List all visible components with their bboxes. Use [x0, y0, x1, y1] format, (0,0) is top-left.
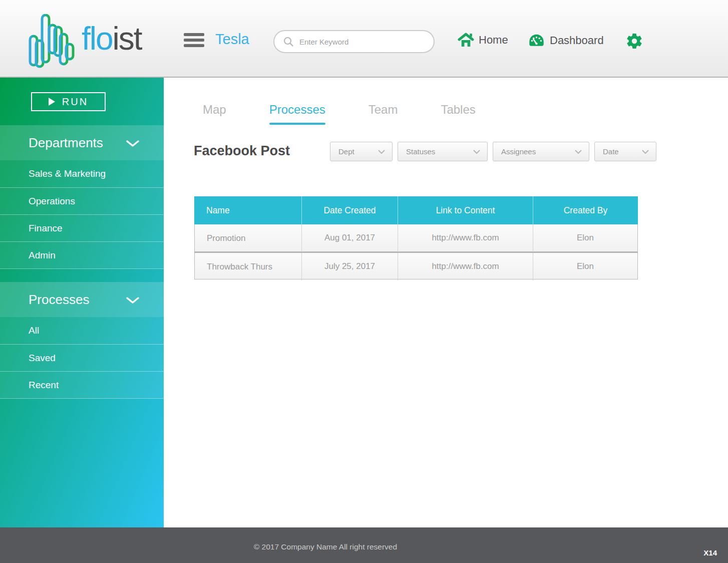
home-icon [458, 32, 474, 48]
tab-processes[interactable]: Processes [269, 103, 325, 125]
cell-link: http://www.fb.com [398, 224, 533, 252]
sidebar-section-processes-title: Processes [29, 292, 89, 307]
sidebar-section-departments[interactable]: Departments [0, 125, 164, 160]
chevron-down-icon [126, 140, 139, 147]
tab-team[interactable]: Team [369, 103, 398, 125]
nav-home-label: Home [479, 34, 508, 47]
sidebar-item-all[interactable]: All [0, 317, 164, 344]
tab-tables[interactable]: Tables [441, 103, 475, 125]
table-header-row: Name Date Created Link to Content Create… [194, 196, 638, 224]
footer: © 2017 Company Name All right reserved X… [0, 527, 728, 563]
dropdown-chevron-icon [641, 149, 649, 154]
sidebar: RUN Departments Sales & Marketing Operat… [0, 78, 164, 527]
dropdown-chevron-icon [574, 149, 582, 154]
sidebar-item-saved[interactable]: Saved [0, 344, 164, 371]
sidebar-item-operations[interactable]: Operations [0, 187, 164, 214]
app-root: floist Tesla Home [0, 0, 728, 563]
brand-wordmark: floist [82, 14, 142, 63]
search-input[interactable] [299, 38, 425, 46]
cell-name: Throwback Thurs [195, 262, 301, 272]
settings-gear-icon[interactable] [625, 32, 643, 50]
cell-date-created: Aug 01, 2017 [301, 224, 398, 252]
sidebar-section-departments-title: Departments [29, 135, 103, 150]
filter-bar: Dept Statuses Assignees Date [330, 142, 656, 161]
nav-dashboard-label: Dashboard [550, 34, 604, 47]
column-header-name: Name [194, 205, 301, 216]
brand-logo[interactable]: floist [28, 14, 142, 68]
chevron-down-icon [126, 297, 139, 304]
filter-dropdown-date[interactable]: Date [594, 142, 656, 161]
column-header-link: Link to Content [398, 196, 533, 224]
top-header: floist Tesla Home [0, 0, 728, 78]
cell-link: http://www.fb.com [398, 253, 533, 280]
filter-dropdown-statuses[interactable]: Statuses [398, 142, 488, 161]
sidebar-item-finance[interactable]: Finance [0, 214, 164, 241]
copyright-text: © 2017 Company Name All right reserved [0, 542, 651, 551]
cell-created-by: Elon [533, 224, 637, 252]
page-title: Facebook Post [194, 143, 290, 159]
cell-date-created: July 25, 2017 [301, 253, 398, 280]
run-button-label: RUN [62, 96, 88, 108]
filter-dropdown-dept[interactable]: Dept [330, 142, 393, 161]
run-button[interactable]: RUN [31, 92, 106, 111]
page-ref-label: X14 [703, 548, 717, 557]
floist-logo-icon [28, 14, 75, 68]
dropdown-chevron-icon [473, 149, 481, 154]
dashboard-icon [528, 33, 545, 48]
filter-dropdown-assignees[interactable]: Assignees [493, 142, 589, 161]
sidebar-departments-list: Sales & Marketing Operations Finance Adm… [0, 160, 164, 269]
workspace-name[interactable]: Tesla [215, 31, 249, 48]
brand-wordmark-primary: flo [82, 21, 113, 57]
nav-home[interactable]: Home [458, 32, 508, 48]
active-tab-underline [269, 123, 325, 125]
tab-map[interactable]: Map [203, 103, 226, 125]
menu-icon[interactable] [184, 33, 204, 47]
table-row[interactable]: Promotion Aug 01, 2017 http://www.fb.com… [194, 224, 638, 252]
cell-name: Promotion [195, 233, 301, 243]
brand-wordmark-secondary: ist [113, 21, 142, 57]
main-content: Map Processes Team Tables Facebook Post … [164, 78, 728, 527]
column-header-created-by: Created By [533, 196, 638, 224]
tab-bar: Map Processes Team Tables [203, 103, 476, 125]
cell-created-by: Elon [533, 253, 637, 280]
sidebar-item-sales-marketing[interactable]: Sales & Marketing [0, 160, 164, 187]
sidebar-item-recent[interactable]: Recent [0, 371, 164, 398]
column-header-date-created: Date Created [301, 196, 398, 224]
table-row[interactable]: Throwback Thurs July 25, 2017 http://www… [194, 252, 638, 279]
play-icon [49, 98, 55, 106]
sidebar-processes-list: All Saved Recent [0, 317, 164, 399]
sidebar-section-processes[interactable]: Processes [0, 282, 164, 317]
nav-dashboard[interactable]: Dashboard [528, 33, 604, 48]
dropdown-chevron-icon [378, 149, 386, 154]
search-icon [283, 36, 294, 47]
processes-table: Name Date Created Link to Content Create… [194, 196, 638, 279]
search-box[interactable] [273, 30, 435, 53]
sidebar-item-admin[interactable]: Admin [0, 241, 164, 268]
